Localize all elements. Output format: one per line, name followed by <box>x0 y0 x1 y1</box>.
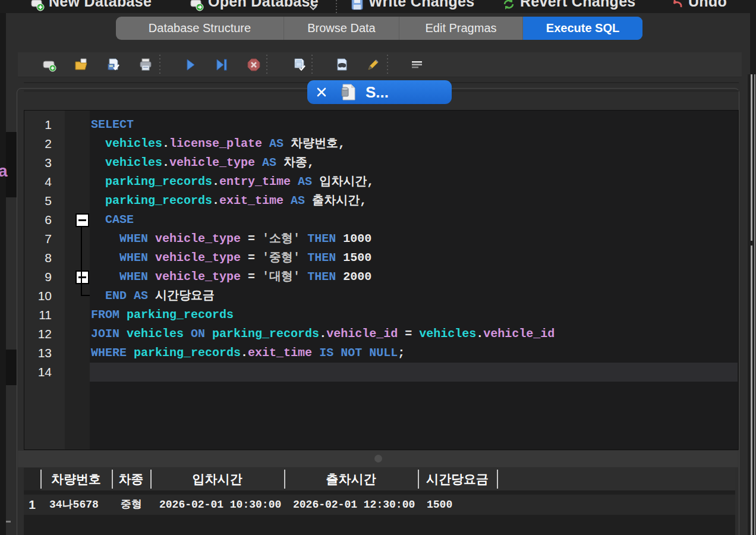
header-separator[interactable] <box>112 470 113 489</box>
execute-all-icon[interactable] <box>182 57 198 73</box>
background-window-text: a <box>0 162 8 181</box>
fold-marker[interactable] <box>75 270 89 284</box>
tab-label: Execute SQL <box>546 21 619 35</box>
header-separator[interactable] <box>418 470 419 489</box>
line-number-gutter: 1234567891011121314 <box>24 111 65 449</box>
print-icon[interactable] <box>138 57 153 73</box>
splitter-grip-icon[interactable] <box>374 455 382 462</box>
line-number: 3 <box>24 153 52 172</box>
code-line[interactable]: FROM parking_records <box>91 306 234 325</box>
code-line[interactable]: CASE <box>91 210 134 229</box>
save-sql-file-icon[interactable] <box>106 57 121 73</box>
main-tab-bar: Database Structure Browse Data Edit Prag… <box>116 17 642 40</box>
execute-line-icon[interactable] <box>214 57 229 73</box>
column-header-4[interactable]: 시간당요금 <box>419 468 496 490</box>
chevron-down-icon[interactable] <box>307 1 320 13</box>
code-line[interactable]: vehicles.vehicle_type AS 차종, <box>91 153 314 172</box>
new-tab-icon[interactable] <box>42 57 57 73</box>
table-cell[interactable]: 2026-02-01 10:30:00 <box>159 495 281 515</box>
header-separator[interactable] <box>40 470 42 489</box>
editor-tab-label: S... <box>366 83 389 102</box>
line-number: 8 <box>24 248 52 268</box>
close-icon[interactable] <box>316 86 327 98</box>
tab-execute-sql[interactable]: Execute SQL <box>523 17 642 40</box>
save-results-icon[interactable] <box>291 57 307 73</box>
toolbar-separator <box>387 55 388 75</box>
line-number: 9 <box>24 268 52 287</box>
tab-label: Edit Pragmas <box>425 21 496 35</box>
toolbar-button-label: Open Database <box>208 0 319 10</box>
table-cell[interactable]: 1500 <box>427 495 452 515</box>
line-number: 2 <box>24 134 52 153</box>
main-toolbar: New Database Open Database Write Changes… <box>0 0 756 13</box>
line-number: 13 <box>24 344 52 363</box>
code-line[interactable]: SELECT <box>91 115 134 134</box>
line-number: 10 <box>24 287 52 306</box>
header-separator[interactable] <box>497 470 498 489</box>
line-number: 11 <box>24 306 52 325</box>
row-number[interactable]: 1 <box>24 495 40 515</box>
tab-label: Browse Data <box>307 21 376 35</box>
results-grid[interactable]: 차량번호차종입차시간출차시간시간당요금 134나5678중형2026-02-01… <box>24 468 735 535</box>
background-window-edge <box>0 13 6 535</box>
toolbar-button-label: Undo <box>688 0 727 10</box>
toolbar-separator <box>159 55 160 75</box>
column-header-1[interactable]: 차종 <box>113 468 149 490</box>
toolbar-separator <box>266 55 267 75</box>
table-cell[interactable]: 중형 <box>121 495 142 515</box>
line-number: 4 <box>24 172 52 191</box>
tab-browse-data[interactable]: Browse Data <box>284 17 399 40</box>
open-sql-file-icon[interactable] <box>74 57 89 73</box>
edit-pencil-icon[interactable] <box>366 57 381 73</box>
header-separator[interactable] <box>150 470 152 489</box>
results-corner-cell <box>24 468 40 490</box>
find-replace-icon[interactable] <box>334 57 349 73</box>
fold-guide-line <box>81 295 90 296</box>
line-number: 1 <box>24 115 52 134</box>
line-number: 6 <box>24 210 52 229</box>
sql-document-icon <box>341 84 356 100</box>
code-line[interactable]: JOIN vehicles ON parking_records.vehicle… <box>91 325 555 344</box>
toolbar-separator <box>336 0 337 13</box>
code-line[interactable]: vehicles.license_plate AS 차량번호, <box>91 134 345 153</box>
column-header-3[interactable]: 출차시간 <box>285 468 417 490</box>
line-number: 14 <box>24 363 52 382</box>
write-changes-icon[interactable] <box>349 0 365 12</box>
fold-marker[interactable] <box>75 213 89 227</box>
sql-editor[interactable]: 1234567891011121314 SELECT vehicles.lice… <box>24 110 739 450</box>
toolbar-button-label: Write Changes <box>368 0 474 10</box>
toolbar-button-label: New Database <box>49 0 152 10</box>
background-window-patch <box>6 350 17 385</box>
code-line[interactable]: END AS 시간당요금 <box>91 287 215 306</box>
line-number: 12 <box>24 325 52 344</box>
code-line[interactable]: parking_records.entry_time AS 입차시간, <box>91 172 374 191</box>
code-line[interactable]: WHEN vehicle_type = '중형' THEN 1500 <box>91 248 371 268</box>
table-cell[interactable]: 2026-02-01 12:30:00 <box>293 495 415 515</box>
code-line[interactable]: parking_records.exit_time AS 출차시간, <box>91 191 367 210</box>
new-database-icon[interactable] <box>30 0 45 12</box>
column-header-2[interactable]: 입차시간 <box>152 468 283 490</box>
sql-toolbar <box>18 52 742 77</box>
toolbar-separator <box>311 55 313 75</box>
splitter-handle[interactable] <box>18 451 738 467</box>
tab-label: Database Structure <box>149 21 251 35</box>
sql-editor-tab[interactable]: S... <box>307 80 452 104</box>
revert-changes-icon[interactable] <box>501 0 516 12</box>
fold-guide-line <box>81 226 82 296</box>
line-number: 5 <box>24 191 52 210</box>
line-number: 7 <box>24 229 52 248</box>
header-separator[interactable] <box>284 470 285 489</box>
tab-edit-pragmas[interactable]: Edit Pragmas <box>399 17 523 40</box>
column-header-0[interactable]: 차량번호 <box>42 468 111 490</box>
word-wrap-icon[interactable] <box>410 57 425 73</box>
code-line[interactable]: WHEN vehicle_type = '대형' THEN 2000 <box>91 268 371 287</box>
background-window-scrollbar <box>754 74 755 535</box>
table-cell[interactable]: 34나5678 <box>49 495 99 515</box>
table-row[interactable]: 134나5678중형2026-02-01 10:30:002026-02-01 … <box>24 495 735 515</box>
code-line[interactable]: WHEN vehicle_type = '소형' THEN 1000 <box>91 229 371 248</box>
tab-database-structure[interactable]: Database Structure <box>116 17 284 40</box>
open-database-icon[interactable] <box>189 0 204 12</box>
stop-icon[interactable] <box>246 57 262 73</box>
undo-icon[interactable] <box>669 0 685 12</box>
code-line[interactable]: WHERE parking_records.exit_time IS NOT N… <box>91 344 405 363</box>
